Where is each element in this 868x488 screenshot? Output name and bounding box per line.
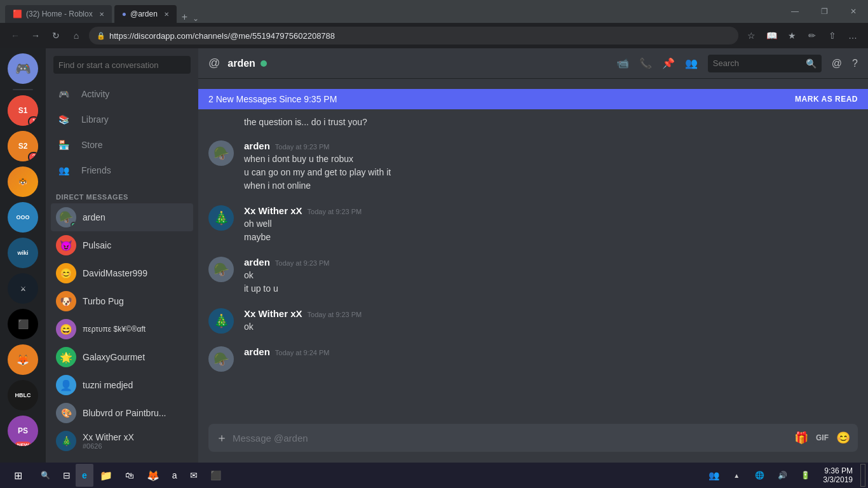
server-icon-ps[interactable]: PS NEW xyxy=(8,416,38,446)
taskbar-people-icon[interactable]: 👥 xyxy=(703,465,724,485)
table-row: 🪖 arden Today at 9:23 PM ok it up to u xyxy=(198,254,868,298)
edge-button[interactable]: e xyxy=(76,464,93,487)
add-attachment-button[interactable]: ＋ xyxy=(216,430,227,445)
gift-button[interactable]: 🎁 xyxy=(794,431,808,445)
store-taskbar-button[interactable]: 🛍 xyxy=(119,464,140,487)
dm-item-arden[interactable]: 🪖 arden xyxy=(51,203,193,231)
message-input[interactable] xyxy=(233,425,789,451)
server-icon-2[interactable]: S2 2 xyxy=(8,131,38,161)
gif-button[interactable]: GIF xyxy=(813,432,831,444)
dm-item-tuzni[interactable]: 👤 tuzni medjed xyxy=(51,371,193,399)
server-icon-hblc[interactable]: HBLC xyxy=(8,380,38,410)
avatar-arden-3: 🪖 xyxy=(208,346,234,372)
nav-item-activity[interactable]: 🎮 Activity xyxy=(46,81,198,107)
tab-label-roblox: (32) Home - Roblox xyxy=(26,10,93,18)
new-tab-button[interactable]: + xyxy=(182,11,187,23)
at-button[interactable]: @ xyxy=(832,58,842,69)
video-call-button[interactable]: 📹 xyxy=(616,57,629,69)
dm-name-turbopug: Turbo Pug xyxy=(83,296,124,306)
start-button[interactable]: ⊞ xyxy=(3,463,33,488)
chat-header-name: arden xyxy=(227,58,267,69)
chat-search-box[interactable]: 🔍 xyxy=(708,55,822,72)
emoji-button[interactable]: 😊 xyxy=(836,431,850,445)
table-row: 🎄 Xx Wither xX Today at 9:23 PM oh well … xyxy=(198,203,868,247)
amazon-button[interactable]: a xyxy=(166,464,184,487)
pin-messages-button[interactable]: 📌 xyxy=(662,57,675,69)
online-status-indicator xyxy=(261,60,267,67)
tab-list-button[interactable]: ⌄ xyxy=(193,14,199,23)
refresh-button[interactable]: ↻ xyxy=(48,28,64,43)
taskbar-volume-icon[interactable]: 🔊 xyxy=(772,465,792,485)
firefox-button[interactable]: 🦊 xyxy=(140,464,166,487)
server-icon-3[interactable]: 🐯 xyxy=(8,166,38,197)
explorer-button[interactable]: 📁 xyxy=(93,464,119,487)
find-conversation-input[interactable] xyxy=(53,56,191,74)
taskbar-network-icon[interactable]: 🌐 xyxy=(749,465,770,485)
dm-item-blubvrd[interactable]: 🎨 Blubvrd or Paintbru... xyxy=(51,399,193,427)
avatar-arden-2: 🪖 xyxy=(208,257,234,282)
taskbar-battery-icon[interactable]: 🔋 xyxy=(795,465,815,485)
server-icon-home[interactable]: 🎮 xyxy=(8,53,38,84)
dm-item-xxwither[interactable]: 🎄 Xx Wither xX #0626 xyxy=(51,427,193,455)
forward-button[interactable]: → xyxy=(28,28,43,43)
server-icon-6[interactable]: ⚔ xyxy=(8,273,38,304)
nav-item-friends[interactable]: 👥 Friends xyxy=(46,158,198,183)
arden-avatar-img-2: 🪖 xyxy=(214,262,229,277)
task-view-button[interactable]: ⊟ xyxy=(58,464,76,487)
dm-name-david: DavidMaster999 xyxy=(83,268,147,278)
message-author-6: arden xyxy=(244,346,270,357)
server-icon-5[interactable]: wiki xyxy=(8,238,38,268)
maximize-button[interactable]: ❐ xyxy=(810,0,839,23)
tab-close-roblox[interactable]: ✕ xyxy=(99,11,104,18)
discord-logo: 🎮 xyxy=(15,61,31,76)
favorites-button[interactable]: ★ xyxy=(784,28,799,43)
mark-as-read-button[interactable]: MARK AS READ xyxy=(795,95,858,104)
voice-call-button[interactable]: 📞 xyxy=(639,57,652,69)
message-content-5: Xx Wither xX Today at 9:23 PM ok xyxy=(244,308,858,334)
mail-button[interactable]: ✉ xyxy=(184,464,204,487)
server-icon-roblox[interactable]: ⬛ xyxy=(8,309,38,339)
minimize-button[interactable]: — xyxy=(780,0,810,23)
server-icon-fox[interactable]: 🦊 xyxy=(8,344,38,375)
dm-avatar-neptune: 😄 xyxy=(56,319,76,339)
message-content-3: Xx Wither xX Today at 9:23 PM oh well ma… xyxy=(244,205,858,244)
dm-avatar-blubvrd: 🎨 xyxy=(56,403,76,423)
avatar-xxwither-1: 🎄 xyxy=(208,205,234,231)
share-button[interactable]: ⇧ xyxy=(825,28,840,43)
recipient-name: arden xyxy=(227,58,255,69)
activity-icon: 🎮 xyxy=(56,86,71,102)
dm-item-pulsaic[interactable]: 😈 Pulsaic xyxy=(51,231,193,259)
notes-button[interactable]: ✏ xyxy=(804,28,820,43)
server-icon-4[interactable]: OOO xyxy=(8,202,38,233)
tab-discord[interactable]: ● @arden ✕ xyxy=(114,5,177,23)
dm-item-neptune[interactable]: 😄 περτυπε $k¥©®αft xyxy=(51,315,193,343)
avatar-arden-1: 🪖 xyxy=(208,140,234,166)
member-list-button[interactable]: 👥 xyxy=(685,57,698,69)
show-desktop-button[interactable] xyxy=(860,464,865,487)
chat-search-input[interactable] xyxy=(713,58,802,68)
dm-item-galaxy[interactable]: 🌟 GalaxyGourmet xyxy=(51,343,193,371)
roblox-taskbar-button[interactable]: ⬛ xyxy=(204,464,227,487)
help-button[interactable]: ? xyxy=(852,58,858,69)
tab-roblox[interactable]: 🟥 (32) Home - Roblox ✕ xyxy=(5,5,112,23)
taskbar: ⊞ 🔍 ⊟ e 📁 🛍 🦊 a ✉ ⬛ 👥 ▲ 🌐 🔊 🔋 9:36 PM 3/… xyxy=(0,463,868,488)
dm-item-turbopug[interactable]: 🐶 Turbo Pug xyxy=(51,287,193,315)
bookmark-button[interactable]: ☆ xyxy=(743,28,759,43)
settings-button[interactable]: … xyxy=(845,28,860,43)
close-button[interactable]: ✕ xyxy=(839,0,868,23)
server-icon-1[interactable]: S1 1 xyxy=(8,95,38,126)
nav-item-store[interactable]: 🏪 Store xyxy=(46,132,198,158)
taskbar-chevron-icon[interactable]: ▲ xyxy=(726,465,747,485)
nav-item-library[interactable]: 📚 Library xyxy=(46,107,198,132)
back-button[interactable]: ← xyxy=(8,28,23,43)
dm-name-arden: arden xyxy=(83,212,105,222)
url-bar[interactable]: 🔒 https://discordapp.com/channels/@me/55… xyxy=(89,27,738,44)
avatar-placeholder-1 xyxy=(208,116,234,129)
dm-item-davidmaster[interactable]: 😊 DavidMaster999 xyxy=(51,259,193,287)
message-text-4-2: it up to u xyxy=(244,282,858,295)
dm-search-area xyxy=(46,48,198,81)
home-button[interactable]: ⌂ xyxy=(69,28,84,43)
tab-close-discord[interactable]: ✕ xyxy=(164,11,169,18)
reader-button[interactable]: 📖 xyxy=(764,28,779,43)
search-taskbar-button[interactable]: 🔍 xyxy=(33,464,58,487)
